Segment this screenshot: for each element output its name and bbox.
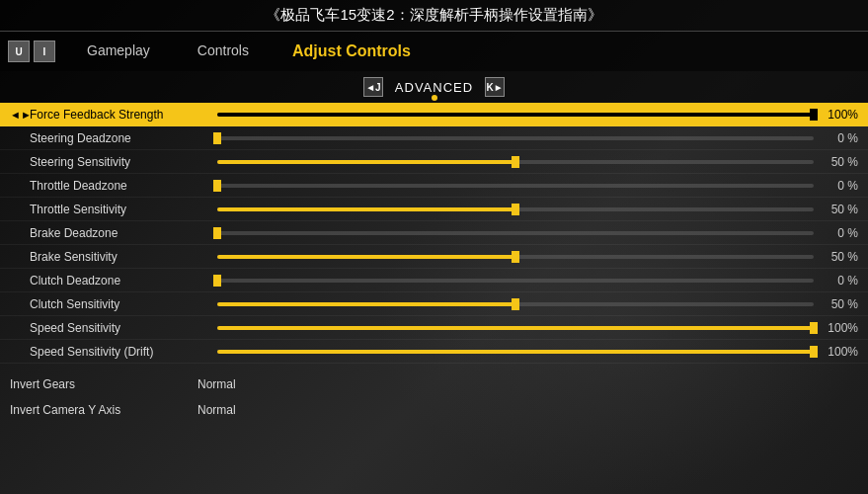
slider-thumb [213, 132, 221, 144]
pct-value: 50 % [814, 250, 858, 264]
slider-thumb [810, 346, 818, 358]
setting-row[interactable]: Brake Deadzone0 % [0, 221, 868, 245]
setting-label: Brake Sensitivity [30, 250, 217, 264]
pct-value: 0 % [814, 274, 858, 288]
text-setting-label: Invert Gears [10, 377, 197, 391]
text-setting-row[interactable]: Invert Camera Y AxisNormal [0, 397, 868, 423]
pct-value: 0 % [814, 226, 858, 240]
nav-btn-i[interactable]: I [34, 41, 55, 62]
slider-track [217, 326, 814, 330]
slider-fill [217, 302, 515, 306]
main-container: 《极品飞车15变速2：深度解析手柄操作设置指南》 U I Gameplay Co… [0, 0, 868, 494]
setting-label: Clutch Deadzone [30, 274, 217, 288]
slider-area[interactable] [217, 274, 814, 288]
text-setting-label: Invert Camera Y Axis [10, 403, 197, 417]
slider-area[interactable] [217, 250, 814, 264]
slider-thumb [512, 251, 519, 263]
pct-value: 50 % [814, 297, 858, 311]
advanced-next-btn[interactable]: K ► [485, 77, 505, 97]
pct-value: 100% [814, 108, 858, 122]
slider-thumb [213, 180, 221, 192]
slider-fill [217, 207, 515, 211]
setting-row[interactable]: Steering Deadzone0 % [0, 126, 868, 150]
slider-area[interactable] [217, 345, 814, 359]
advanced-prev-btn[interactable]: ◄ J [363, 77, 383, 97]
setting-label: Steering Sensitivity [30, 155, 217, 169]
setting-row[interactable]: Clutch Sensitivity50 % [0, 292, 868, 316]
slider-track [217, 279, 814, 283]
advanced-dot [432, 95, 437, 101]
slider-thumb [810, 109, 818, 121]
setting-label: Throttle Deadzone [30, 179, 217, 193]
slider-area[interactable] [217, 155, 814, 169]
pct-value: 50 % [814, 203, 858, 216]
setting-label: Clutch Sensitivity [30, 297, 217, 311]
slider-track [217, 302, 814, 306]
slider-area[interactable] [217, 297, 814, 311]
row-arrow: ◄► [10, 109, 30, 121]
settings-list: ◄►Force Feedback Strength100%Steering De… [0, 103, 868, 371]
setting-label: Speed Sensitivity (Drift) [30, 345, 217, 359]
slider-fill [217, 255, 515, 259]
slider-track [217, 350, 814, 354]
setting-row[interactable]: Brake Sensitivity50 % [0, 245, 868, 269]
slider-fill [217, 160, 515, 164]
slider-area[interactable] [217, 108, 814, 122]
setting-label: Steering Deadzone [30, 131, 217, 145]
pct-value: 100% [814, 321, 858, 335]
text-settings-area: Invert GearsNormalInvert Camera Y AxisNo… [0, 371, 868, 423]
tabs: Gameplay Controls [63, 35, 273, 68]
tab-controls[interactable]: Controls [174, 35, 273, 68]
nav-arrows: U I [0, 41, 63, 62]
slider-area[interactable] [217, 226, 814, 240]
slider-thumb [512, 204, 519, 215]
slider-area[interactable] [217, 179, 814, 193]
nav-btn-u[interactable]: U [8, 41, 30, 62]
setting-row[interactable]: Speed Sensitivity (Drift)100% [0, 340, 868, 364]
slider-track [217, 136, 814, 140]
slider-area[interactable] [217, 321, 814, 335]
text-setting-value: Normal [197, 403, 236, 417]
pct-value: 100% [814, 345, 858, 359]
setting-label: Force Feedback Strength [30, 108, 217, 122]
setting-label: Throttle Sensitivity [30, 203, 217, 216]
setting-row[interactable]: Speed Sensitivity100% [0, 316, 868, 340]
advanced-label: ADVANCED [395, 80, 473, 95]
pct-value: 50 % [814, 155, 858, 169]
pct-value: 0 % [814, 179, 858, 193]
slider-fill [217, 350, 814, 354]
slider-track [217, 184, 814, 188]
slider-thumb [512, 298, 519, 310]
setting-row[interactable]: Steering Sensitivity50 % [0, 150, 868, 174]
slider-thumb [512, 156, 519, 168]
setting-row[interactable]: ◄►Force Feedback Strength100% [0, 103, 868, 126]
slider-fill [217, 113, 814, 117]
text-setting-value: Normal [197, 377, 236, 391]
slider-thumb [213, 227, 221, 239]
slider-track [217, 113, 814, 117]
nav-area: U I Gameplay Controls Adjust Controls [0, 32, 868, 71]
slider-area[interactable] [217, 131, 814, 145]
slider-track [217, 255, 814, 259]
advanced-bar: ◄ J ADVANCED K ► [0, 71, 868, 103]
slider-track [217, 231, 814, 235]
slider-track [217, 207, 814, 211]
tab-gameplay[interactable]: Gameplay [63, 35, 174, 68]
setting-label: Speed Sensitivity [30, 321, 217, 335]
slider-fill [217, 326, 814, 330]
setting-row[interactable]: Throttle Sensitivity50 % [0, 198, 868, 221]
slider-thumb [810, 322, 818, 334]
slider-area[interactable] [217, 203, 814, 216]
setting-row[interactable]: Clutch Deadzone0 % [0, 269, 868, 292]
page-title: 《极品飞车15变速2：深度解析手柄操作设置指南》 [266, 6, 601, 23]
title-bar: 《极品飞车15变速2：深度解析手柄操作设置指南》 [0, 0, 868, 32]
adjust-title: Adjust Controls [292, 42, 411, 60]
slider-thumb [213, 275, 221, 287]
pct-value: 0 % [814, 131, 858, 145]
setting-label: Brake Deadzone [30, 226, 217, 240]
text-setting-row[interactable]: Invert GearsNormal [0, 371, 868, 397]
setting-row[interactable]: Throttle Deadzone0 % [0, 174, 868, 198]
slider-track [217, 160, 814, 164]
